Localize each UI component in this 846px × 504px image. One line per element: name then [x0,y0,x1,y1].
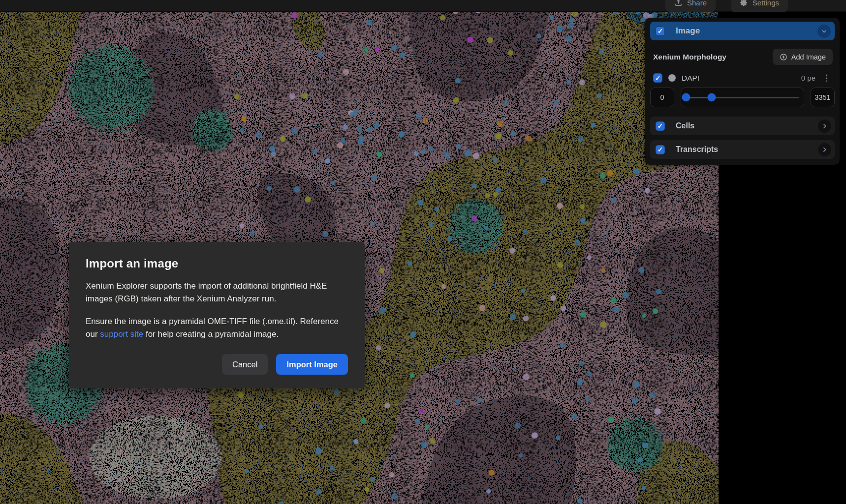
share-button-label: Share [687,0,707,7]
morphology-label: Xenium Morphology [653,53,773,61]
share-icon [674,0,683,7]
morphology-row: Xenium Morphology Add Image [653,49,833,65]
dapi-color-swatch[interactable] [668,74,676,82]
import-image-dialog: Import an image Xenium Explorer supports… [69,242,365,388]
cells-expand-button[interactable] [818,119,831,133]
cancel-button[interactable]: Cancel [222,354,268,375]
paragraph-2-text: for help creating a pyramidal image. [143,329,279,339]
support-site-link[interactable]: support site [100,329,143,339]
settings-button-label: Settings [752,0,779,7]
dapi-channel-name: DAPI [682,74,795,83]
check-icon: ✓ [658,146,663,153]
gear-icon [740,0,748,7]
app-stage: Share Settings ✓ Image Xenium Morphology [0,0,846,504]
cells-section-label: Cells [676,121,818,130]
add-image-button[interactable]: Add Image [773,49,833,65]
transcripts-expand-button[interactable] [818,143,831,156]
settings-button[interactable]: Settings [731,0,788,12]
layers-panel: ✓ Image Xenium Morphology Add Image ✓ DA… [645,18,840,165]
add-image-button-label: Add Image [791,53,826,61]
transcripts-section-row[interactable]: ✓ Transcripts [650,140,835,159]
dapi-intensity-slider-row: 0 3351 [650,88,835,107]
import-image-button[interactable]: Import Image [276,354,348,375]
image-collapse-button[interactable] [817,25,831,38]
chevron-right-icon [821,147,828,153]
share-button[interactable]: Share [665,0,716,12]
slider-handle-max[interactable] [708,93,716,102]
slider-max-input[interactable]: 3351 [811,88,835,107]
cells-section-row[interactable]: ✓ Cells [650,117,835,135]
chevron-down-icon [821,28,827,34]
cells-checkbox[interactable]: ✓ [656,121,665,131]
intensity-slider[interactable] [681,88,804,107]
dapi-checkbox[interactable]: ✓ [653,73,662,83]
check-icon: ✓ [658,28,663,34]
check-icon: ✓ [658,122,663,129]
image-checkbox[interactable]: ✓ [656,27,665,36]
image-section-title: Image [676,26,817,36]
image-section-header[interactable]: ✓ Image [650,22,835,40]
top-bar: Share Settings [0,0,846,12]
dialog-button-row: Cancel Import Image [86,354,348,375]
dapi-range-label: 0 pe [801,74,815,82]
dialog-paragraph-2: Ensure the image is a pyramidal OME-TIFF… [86,315,348,341]
chevron-right-icon [821,123,828,129]
transcripts-checkbox[interactable]: ✓ [656,145,665,154]
dapi-channel-row: ✓ DAPI 0 pe ⋮ [653,73,832,83]
plus-circle-icon [780,53,787,61]
slider-min-input[interactable]: 0 [650,88,674,107]
slider-handle-min[interactable] [682,93,690,102]
check-icon: ✓ [655,75,661,82]
dialog-paragraph-1: Xenium Explorer supports the import of a… [86,280,348,306]
dialog-title: Import an image [86,257,348,270]
kebab-menu-icon[interactable]: ⋮ [821,74,832,82]
transcripts-section-label: Transcripts [676,145,818,154]
